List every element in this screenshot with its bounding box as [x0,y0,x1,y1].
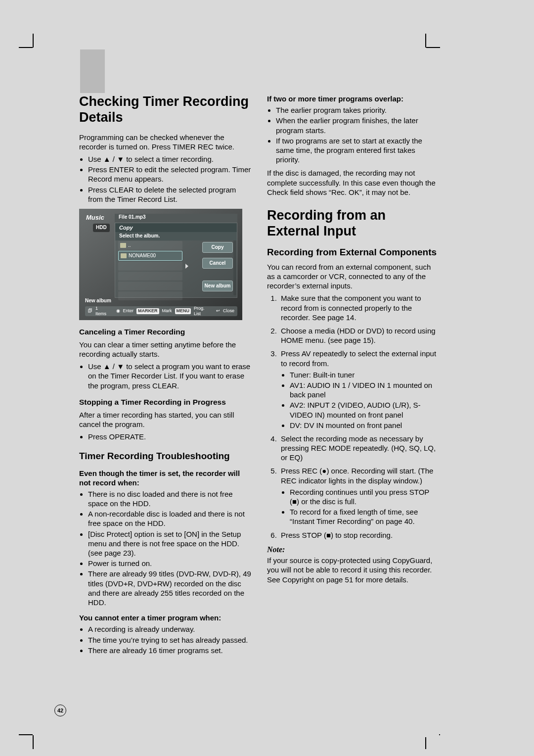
intro-bullets: Use ▲ / ▼ to select a timer recording. P… [79,154,251,204]
step-3-sub: Tuner: Built-in tuner AV1: AUDIO IN 1 / … [281,370,439,430]
bullet: To record for a fixed length of time, se… [290,507,439,526]
manual-page: Checking Timer Recording Details Program… [0,0,534,756]
step-5-text: Press REC (●) once. Recording will start… [281,467,433,484]
bullet: AV2: INPUT 2 (VIDEO, AUDIO (L/R), S-VIDE… [290,400,439,419]
crop-mark [425,34,426,47]
heading-stop: Stopping a Timer Recording in Progress [79,397,251,407]
bullet: A non-recordable disc is loaded and ther… [88,509,251,528]
heading-even-though: Even though the timer is set, the record… [79,469,251,487]
intro-paragraph: Programming can be checked whenever the … [79,133,251,151]
damaged-paragraph: If the disc is damaged, the recording ma… [267,168,439,197]
heading-troubleshooting: Timer Recording Troubleshooting [79,450,251,462]
heading-cancel: Canceling a Timer Recording [79,327,251,337]
osd-buttons: Copy Cancel New album [202,242,233,291]
bullet: There is no disc loaded and there is not… [88,489,251,508]
bullet: The time you’re trying to set has alread… [88,635,251,645]
step-4: Select the recording mode as necessary b… [279,434,439,463]
heading-overlap: If two or more timer programs overlap: [267,94,439,103]
osd-footer-mark: Mark [162,308,172,314]
folder-icon [120,243,126,248]
bullet: The earlier program takes priority. [276,105,439,115]
osd-arrow-icon [185,264,188,269]
page-number-badge: 42 [54,705,66,716]
osd-row-selected: NONAME00 [118,251,182,261]
folder-icon [121,253,127,258]
cancel-paragraph: You can clear a timer setting anytime be… [79,340,251,359]
stop-bullets: Press OPERATE. [79,432,251,441]
step-3-text: Press AV repeatedly to select the extern… [281,349,436,367]
side-tab [80,49,105,93]
cannot-bullets: A recording is already underway. The tim… [79,624,251,655]
osd-album-list: .. NONAME00 [118,241,182,294]
heading-checking-timer: Checking Timer Recording Details [79,94,251,126]
osd-hdd-label: HDD [93,224,110,232]
osd-footer-proglist: Prog. List [194,306,210,317]
crop-mark [33,735,34,749]
step-5-sub: Recording continues until you press STOP… [281,487,439,526]
osd-footer-enter: Enter [123,308,134,314]
even-bullets: There is no disc loaded and there is not… [79,489,251,607]
osd-row-empty [118,262,182,271]
crop-mark [19,734,33,735]
bullet: Recording continues until you press STOP… [290,487,439,506]
step-2: Choose a media (HDD or DVD) to record us… [279,326,439,345]
bullet: [Disc Protect] option is set to [ON] in … [88,529,251,558]
bullet: DV: DV IN mounted on front panel [290,421,439,430]
osd-footer-close: Close [223,308,234,314]
heading-external-components: Recording from External Components [267,246,439,258]
bullet: There are already 16 timer programs set. [88,646,251,655]
osd-window-title: Copy [115,223,237,232]
osd-footer: 🗐 1 Items ◉ Enter MARKER Mark MENU Prog.… [85,306,237,316]
osd-music-label: Music [86,214,104,222]
heading-cannot-enter: You cannot enter a timer program when: [79,613,251,622]
osd-window-subtitle: Select the album. [115,232,237,240]
osd-screenshot: Music HDD File 01.mp3 Copy Select the al… [79,209,242,320]
osd-copy-button: Copy [202,242,233,253]
osd-row-up: .. [118,241,182,250]
osd-copy-window: Copy Select the album. .. NONAME00 [115,223,237,298]
osd-footer-items: 1 Items [95,306,108,317]
overlap-bullets: The earlier program takes priority. When… [267,105,439,164]
bullet: Press ENTER to edit the selected program… [88,165,251,184]
osd-row-empty [118,282,182,290]
bullet: When the earlier program finishes, the l… [276,116,439,135]
osd-row-empty [118,272,182,281]
bullet: AV1: AUDIO IN 1 / VIDEO IN 1 mounted on … [290,380,439,399]
bullet: Use ▲ / ▼ to select a program you want t… [88,362,251,390]
bullet: Press CLEAR to delete the selected progr… [88,185,251,204]
bullet: Press OPERATE. [88,432,251,441]
bullet: Use ▲ / ▼ to select a timer recording. [88,154,251,164]
heading-external-input: Recording from an External Input [267,208,439,239]
osd-newalbum-button: New album [202,281,233,291]
step-5: Press REC (●) once. Recording will start… [279,466,439,526]
osd-row-label: .. [128,242,131,249]
bullet: There are already 99 titles (DVD-RW, DVD… [88,569,251,607]
page-number: 42 [57,707,63,714]
bullet: If two programs are set to start at exac… [276,136,439,165]
external-intro: You can record from an external componen… [267,262,439,291]
crop-mark [33,34,34,47]
left-column: Checking Timer Recording Details Program… [79,94,251,659]
stop-paragraph: After a timer recording has started, you… [79,410,251,429]
step-1: Make sure that the component you want to… [279,293,439,322]
bullet: A recording is already underway. [88,624,251,634]
external-steps: Make sure that the component you want to… [267,293,439,539]
note-body: If your source is copy-protected using C… [267,556,439,584]
crop-mark [426,47,440,48]
osd-cancel-button: Cancel [202,258,233,269]
osd-row-empty [118,291,182,300]
osd-newalbum-side: New album [85,298,111,304]
osd-file-bar: File 01.mp3 [115,214,237,223]
note-label: Note: [267,545,439,555]
crop-mark [425,735,426,749]
osd-footer-marker: MARKER [136,308,159,314]
osd-footer-menu: MENU [175,308,191,314]
bullet: Tuner: Built-in tuner [290,370,439,379]
step-6: Press STOP (■) to stop recording. [279,530,439,540]
bullet: Power is turned on. [88,559,251,568]
right-column: If two or more timer programs overlap: T… [267,94,439,659]
step-3: Press AV repeatedly to select the extern… [279,349,439,430]
crop-mark [19,47,33,48]
page-content: Checking Timer Recording Details Program… [36,49,439,737]
osd-row-label: NONAME00 [129,253,156,259]
